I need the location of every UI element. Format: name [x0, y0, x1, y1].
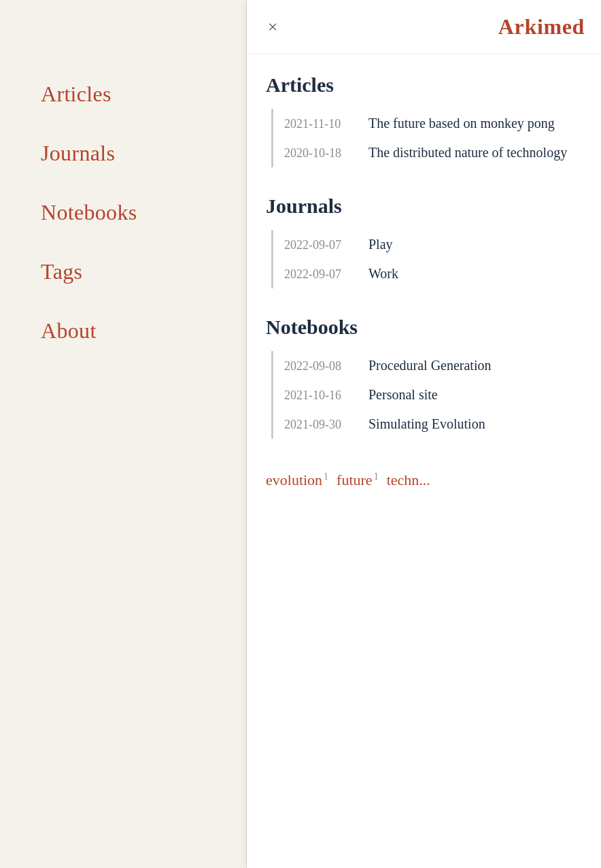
- panel-content: Articles 2021-11-10 The future based on …: [247, 54, 601, 522]
- notebook-date-1: 2021-10-16: [284, 388, 359, 403]
- tag-count-0: 1: [324, 471, 328, 482]
- journal-date-0: 2022-09-07: [284, 238, 359, 252]
- tag-count-1: 1: [374, 471, 379, 482]
- sidebar-link-journals[interactable]: Journals: [41, 141, 115, 165]
- notebooks-section-title: Notebooks: [266, 316, 582, 339]
- journal-title-0: Play: [368, 235, 393, 254]
- tag-label-2: techn...: [387, 471, 430, 488]
- sidebar: Articles Journals Notebooks Tags About: [0, 0, 247, 868]
- articles-section: Articles 2021-11-10 The future based on …: [266, 73, 582, 167]
- tags-section: evolution1 future1 techn...: [266, 466, 582, 495]
- sidebar-item-journals[interactable]: Journals: [41, 141, 219, 166]
- sidebar-link-notebooks[interactable]: Notebooks: [41, 200, 137, 224]
- sidebar-link-articles[interactable]: Articles: [41, 82, 111, 106]
- articles-section-title: Articles: [266, 73, 582, 97]
- journal-title-1: Work: [368, 265, 398, 283]
- main-panel: × Arkimed Articles 2021-11-10 The future…: [247, 0, 601, 868]
- notebook-title-2: Simulating Evolution: [368, 415, 485, 433]
- notebooks-section: Notebooks 2022-09-08 Procedural Generati…: [266, 316, 582, 439]
- tag-label-1: future: [337, 471, 373, 488]
- tag-item-1[interactable]: future1: [337, 471, 379, 489]
- notebook-date-2: 2021-09-30: [284, 418, 359, 432]
- notebooks-list: 2022-09-08 Procedural Generation 2021-10…: [271, 351, 582, 439]
- notebook-title-1: Personal site: [368, 386, 438, 404]
- tag-item-0[interactable]: evolution1: [266, 471, 328, 489]
- journal-entry-1[interactable]: 2022-09-07 Work: [273, 259, 582, 288]
- brand-name: Arkimed: [498, 14, 585, 39]
- notebook-entry-2[interactable]: 2021-09-30 Simulating Evolution: [273, 410, 582, 439]
- sidebar-item-notebooks[interactable]: Notebooks: [41, 200, 219, 225]
- tag-label-0: evolution: [266, 471, 322, 488]
- notebook-entry-0[interactable]: 2022-09-08 Procedural Generation: [273, 351, 582, 380]
- journal-entry-0[interactable]: 2022-09-07 Play: [273, 230, 582, 259]
- article-entry-1[interactable]: 2020-10-18 The distributed nature of tec…: [273, 138, 582, 167]
- sidebar-item-about[interactable]: About: [41, 318, 219, 344]
- sidebar-item-tags[interactable]: Tags: [41, 259, 219, 284]
- sidebar-item-articles[interactable]: Articles: [41, 82, 219, 107]
- journals-section: Journals 2022-09-07 Play 2022-09-07 Work: [266, 195, 582, 288]
- journals-section-title: Journals: [266, 195, 582, 218]
- article-entry-0[interactable]: 2021-11-10 The future based on monkey po…: [273, 109, 582, 138]
- notebook-entry-1[interactable]: 2021-10-16 Personal site: [273, 380, 582, 410]
- tag-item-2[interactable]: techn...: [387, 471, 432, 489]
- close-button[interactable]: ×: [260, 15, 285, 39]
- article-title-0: The future based on monkey pong: [368, 114, 555, 133]
- journals-list: 2022-09-07 Play 2022-09-07 Work: [271, 230, 582, 288]
- notebook-date-0: 2022-09-08: [284, 359, 359, 373]
- sidebar-link-tags[interactable]: Tags: [41, 259, 82, 284]
- journal-date-1: 2022-09-07: [284, 267, 359, 282]
- article-title-1: The distributed nature of technology: [368, 144, 567, 162]
- sidebar-link-about[interactable]: About: [41, 318, 97, 343]
- article-date-1: 2020-10-18: [284, 146, 359, 161]
- panel-header: × Arkimed: [247, 0, 601, 54]
- article-date-0: 2021-11-10: [284, 117, 359, 131]
- articles-list: 2021-11-10 The future based on monkey po…: [271, 109, 582, 167]
- notebook-title-0: Procedural Generation: [368, 356, 491, 375]
